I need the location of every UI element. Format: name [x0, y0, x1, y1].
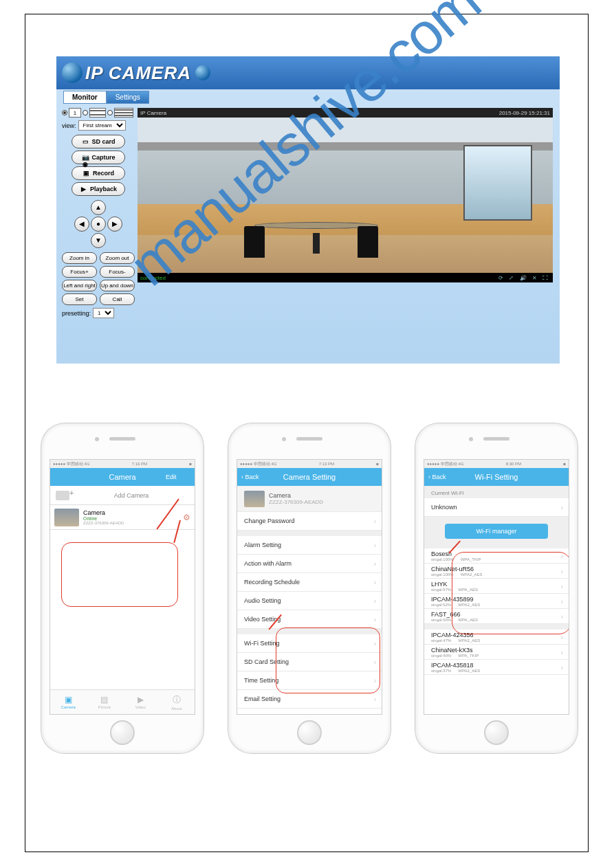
- playback-button[interactable]: ▶Playback: [72, 182, 125, 196]
- home-button[interactable]: [110, 720, 135, 745]
- ipc-header: IP CAMERA: [56, 56, 560, 89]
- chevron-right-icon: ›: [374, 695, 376, 703]
- nav-title: Camera Setting: [266, 473, 353, 481]
- phone-front-camera: [282, 437, 286, 441]
- tab-picture[interactable]: ▤Picture: [87, 690, 123, 714]
- camera-thumbnail: [54, 509, 79, 526]
- brand-title: IP CAMERA: [85, 63, 191, 84]
- feed-name: IP Camera: [140, 110, 166, 116]
- tab-about[interactable]: ⓘAbout: [159, 690, 195, 714]
- current-wifi-label: Current Wi-Fi: [424, 486, 569, 498]
- chevron-right-icon: ›: [374, 597, 376, 605]
- ptz-center-button[interactable]: ●: [91, 216, 106, 232]
- ptz-down-button[interactable]: ▼: [91, 233, 106, 248]
- phone-speaker: [109, 437, 135, 441]
- video-feed[interactable]: connected ⟳ ⤢ 🔊 ✕ ⛶: [138, 118, 553, 282]
- flip-ud-button[interactable]: Up and down: [100, 280, 135, 291]
- ptz-pad: ▲ ◀ ● ▶ ▼: [62, 200, 135, 248]
- phone-wifi-setting: ●●●●● 中国移动 4G8:30 PM■ ‹ Back Wi-Fi Setti…: [415, 423, 578, 753]
- annotation-callout: [61, 542, 178, 607]
- wifi-manager-button[interactable]: Wi-Fi manager: [445, 524, 548, 539]
- feed-controls[interactable]: ⟳ ⤢ 🔊 ✕ ⛶: [498, 275, 550, 281]
- video-feed-area: IP Camera 2015-09-29 15:21:31 connected …: [138, 104, 560, 321]
- tab-video[interactable]: ▶Video: [122, 690, 159, 714]
- chevron-right-icon: ›: [561, 664, 563, 671]
- zoom-in-button[interactable]: Zoom in: [62, 252, 97, 264]
- layout-9up[interactable]: [114, 108, 133, 118]
- nav-bar: ‹ Back Camera Setting: [237, 468, 382, 486]
- ipc-tabs: Monitor Settings: [63, 91, 560, 104]
- record-icon: ▣: [83, 170, 91, 177]
- current-wifi-row[interactable]: Unknown›: [424, 498, 569, 517]
- phone-camera-setting: ●●●●● 中国移动 4G7:13 PM■ ‹ Back Camera Sett…: [228, 423, 391, 753]
- back-button[interactable]: ‹ Back: [428, 474, 453, 480]
- ptz-up-button[interactable]: ▲: [91, 200, 106, 215]
- setting-row-action-with-alarm[interactable]: Action with Alarm›: [237, 555, 382, 573]
- focus-minus-button[interactable]: Focus-: [100, 266, 135, 278]
- layout-radio-9[interactable]: [107, 110, 113, 115]
- nav-bar: Camera Edit: [50, 468, 195, 486]
- chevron-right-icon: ›: [374, 542, 376, 549]
- layout-radio-1[interactable]: [62, 110, 67, 115]
- ptz-right-button[interactable]: ▶: [107, 216, 122, 232]
- chevron-right-icon: ›: [374, 518, 376, 525]
- flip-lr-button[interactable]: Left and right: [62, 280, 97, 291]
- layout-1up[interactable]: 1: [69, 108, 81, 118]
- view-label: view:: [62, 122, 76, 129]
- setting-row-change-password[interactable]: Change Password›: [237, 512, 382, 531]
- nav-title: Camera: [79, 473, 166, 481]
- sdcard-button[interactable]: ▭SD card: [72, 135, 125, 148]
- ptz-left-button[interactable]: ◀: [74, 216, 89, 232]
- chevron-right-icon: ›: [374, 560, 376, 568]
- tab-camera[interactable]: ▣Camera: [50, 690, 87, 714]
- preset-set-button[interactable]: Set: [62, 293, 97, 305]
- presetting-select[interactable]: 1: [93, 308, 114, 318]
- layout-4up[interactable]: [89, 108, 106, 118]
- home-button[interactable]: [484, 720, 509, 745]
- globe-icon: [195, 65, 210, 80]
- record-button[interactable]: ▣Record: [72, 166, 125, 180]
- tab-monitor[interactable]: Monitor: [63, 91, 107, 104]
- phone-front-camera: [469, 437, 473, 441]
- phone-speaker: [483, 437, 509, 441]
- tab-settings[interactable]: Settings: [107, 91, 149, 104]
- camera-header-row[interactable]: CameraZZZZ-376309-AEADD: [237, 486, 382, 512]
- setting-row-video-setting[interactable]: Video Setting›: [237, 610, 382, 629]
- chevron-right-icon: ›: [561, 634, 563, 641]
- nav-title: Wi-Fi Setting: [453, 473, 540, 481]
- camera-icon: ◉: [81, 154, 89, 161]
- zoom-out-button[interactable]: Zoom out: [100, 252, 135, 264]
- setting-row-recording-schedule[interactable]: Recording Schedule›: [237, 573, 382, 592]
- wifi-network-row[interactable]: ChinaNet-kX3ssingal:40%WPA_TKIP›: [424, 645, 569, 660]
- wifi-network-row[interactable]: IPCAM-435818singal:37%WPA2_AES›: [424, 660, 569, 675]
- layout-radio-4[interactable]: [83, 110, 88, 115]
- video-icon: ▶: [138, 695, 144, 704]
- chevron-right-icon: ›: [374, 616, 376, 623]
- add-camera-row[interactable]: Add Camera: [50, 486, 195, 505]
- picture-icon: ▤: [100, 695, 108, 704]
- focus-plus-button[interactable]: Focus+: [62, 266, 97, 278]
- view-select[interactable]: First stream: [78, 120, 126, 131]
- feed-status: connected: [140, 275, 166, 281]
- chevron-right-icon: ›: [561, 504, 563, 511]
- chevron-right-icon: ›: [374, 579, 376, 586]
- home-button[interactable]: [297, 720, 322, 745]
- annotation-callout: [276, 627, 380, 693]
- edit-button[interactable]: Edit: [166, 474, 190, 480]
- camera-icon: ▣: [65, 695, 72, 704]
- presetting-label: presetting:: [62, 310, 91, 317]
- camera-list-item[interactable]: Camera Online ZZZZ-376309-AEADD ⚙: [50, 505, 195, 530]
- globe-icon: [62, 63, 83, 83]
- preset-call-button[interactable]: Call: [100, 293, 135, 305]
- setting-row-alarm-setting[interactable]: Alarm Setting›: [237, 536, 382, 555]
- feed-timestamp: 2015-09-29 15:21:31: [499, 110, 550, 116]
- info-icon: ⓘ: [173, 694, 181, 706]
- capture-button[interactable]: ◉Capture: [72, 151, 125, 164]
- settings-icon[interactable]: ⚙: [183, 513, 190, 522]
- ipc-sidebar: 1 view: First stream ▭SD card ◉Capture ▣…: [56, 104, 138, 321]
- setting-row-audio-setting[interactable]: Audio Setting›: [237, 592, 382, 610]
- nav-bar: ‹ Back Wi-Fi Setting: [424, 468, 569, 486]
- back-button[interactable]: ‹ Back: [241, 474, 266, 480]
- chevron-right-icon: ›: [561, 649, 563, 656]
- annotation-callout: [452, 552, 569, 634]
